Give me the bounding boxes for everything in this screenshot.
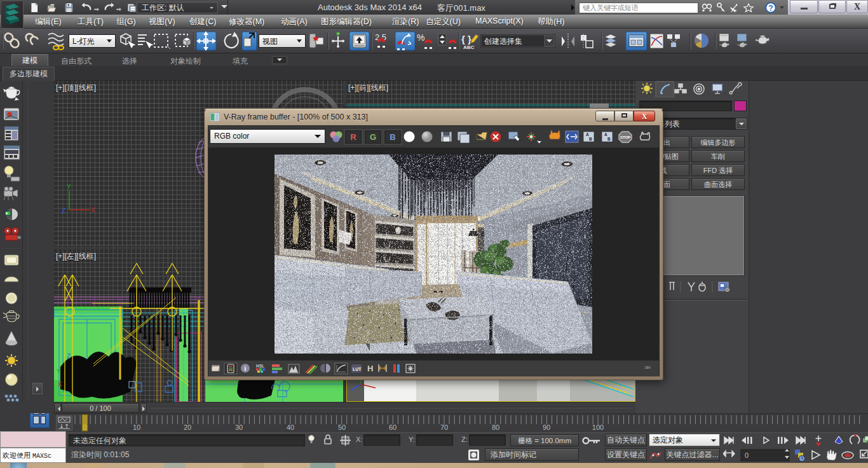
svg-text:i: i — [245, 365, 247, 372]
svg-text:100: 100 — [592, 423, 604, 431]
svg-text:H: H — [367, 364, 373, 373]
svg-text:创建选择集: 创建选择集 — [484, 37, 522, 46]
svg-text:ABC: ABC — [463, 45, 475, 50]
svg-text:10: 10 — [133, 423, 140, 431]
svg-text:0: 0 — [745, 451, 749, 459]
svg-text:B: B — [390, 132, 395, 142]
svg-text:0: 0 — [83, 423, 86, 431]
svg-text:Z: Z — [62, 207, 65, 214]
svg-text:70: 70 — [440, 423, 448, 431]
svg-text:B: B — [589, 137, 592, 141]
svg-text:L-灯光: L-灯光 — [72, 37, 95, 46]
svg-text:%: % — [417, 32, 424, 43]
svg-text:Y: Y — [67, 183, 71, 190]
svg-text:HSL: HSL — [256, 364, 264, 368]
svg-text:20: 20 — [184, 423, 191, 431]
svg-text:LUT: LUT — [353, 367, 362, 371]
svg-text:?: ? — [768, 4, 773, 13]
svg-text:G: G — [370, 132, 376, 142]
svg-text:90: 90 — [543, 423, 550, 431]
svg-text:Y: Y — [57, 368, 61, 375]
svg-text:50: 50 — [338, 423, 346, 431]
svg-text:A: A — [586, 132, 589, 137]
svg-text:X: X — [91, 207, 95, 214]
svg-text:视图: 视图 — [262, 37, 278, 46]
svg-text:Z: Z — [67, 353, 71, 360]
svg-text:R: R — [350, 132, 356, 142]
svg-text:30: 30 — [235, 423, 243, 431]
svg-text:40: 40 — [287, 423, 294, 431]
svg-text:60: 60 — [389, 423, 397, 431]
svg-text:X: X — [58, 381, 62, 388]
svg-text:A: A — [604, 132, 607, 137]
svg-text:{ }: { } — [461, 34, 471, 45]
svg-text:B: B — [607, 137, 611, 141]
svg-text:STOP: STOP — [620, 135, 630, 139]
svg-text:80: 80 — [492, 423, 499, 431]
